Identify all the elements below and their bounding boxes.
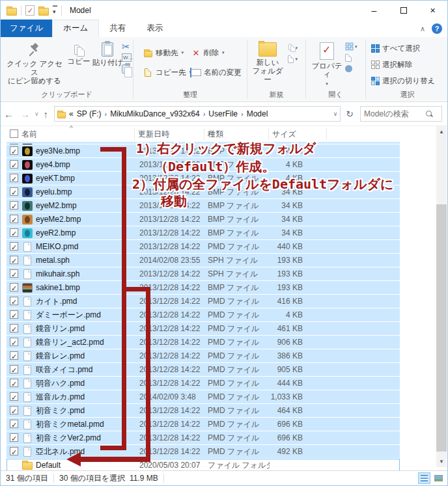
table-row[interactable]: metal.sph 2014/02/08 23:55 SPH ファイル 193 … xyxy=(7,254,400,267)
scroll-up-icon[interactable]: ▲ xyxy=(436,126,447,137)
row-checkbox[interactable] xyxy=(10,447,18,455)
table-row[interactable]: eyeM2.bmp 2013/12/28 14:22 BMP ファイル 34 K… xyxy=(7,199,400,213)
column-header-size[interactable]: サイズ xyxy=(272,129,296,140)
divider[interactable] xyxy=(268,128,269,140)
table-row[interactable]: 初音ミク.pmd 2013/12/28 14:22 PMD ファイル 464 K… xyxy=(7,404,400,418)
delete-button[interactable]: ✕ 削除 xyxy=(191,47,225,58)
cut-icon[interactable]: ✂ xyxy=(122,42,132,51)
row-checkbox[interactable] xyxy=(10,365,18,373)
qat-customize-dropdown-icon[interactable]: ▔▾ xyxy=(53,8,57,13)
history-icon[interactable] xyxy=(345,64,355,73)
scrollbar-thumb[interactable] xyxy=(436,204,447,452)
new-folder-button[interactable]: 新しいフォルダー xyxy=(249,42,287,84)
select-none-button[interactable]: 選択解除 xyxy=(371,60,415,70)
select-all-button[interactable]: すべて選択 xyxy=(371,44,423,53)
help-icon[interactable]: ? xyxy=(432,23,442,34)
paste-button[interactable]: 貼り付け xyxy=(92,42,123,67)
row-checkbox[interactable] xyxy=(10,187,18,196)
easy-access-icon[interactable] xyxy=(288,55,298,63)
pin-to-quick-access-button[interactable]: クイック アクセスにピン留めする xyxy=(5,42,64,85)
scroll-down-icon[interactable]: ▼ xyxy=(436,456,447,467)
table-row[interactable]: 初音ミクmetal.pmd 2013/12/28 14:22 PMD ファイル … xyxy=(7,418,400,431)
row-checkbox[interactable] xyxy=(10,338,18,346)
breadcrumb[interactable]: « SP (F:) › MikuMikuDance_v932x64 › User… xyxy=(54,106,341,122)
row-checkbox[interactable] xyxy=(10,269,18,278)
divider[interactable] xyxy=(134,128,135,140)
table-row[interactable]: 初音ミクVer2.pmd 2013/12/28 14:22 PMD ファイル 6… xyxy=(7,431,400,445)
divider[interactable] xyxy=(326,128,327,140)
select-all-checkbox[interactable] xyxy=(10,129,18,138)
row-checkbox[interactable] xyxy=(10,392,18,401)
table-row[interactable]: 咲音メイコ.pmd 2013/12/28 14:22 PMD ファイル 905 … xyxy=(7,363,400,377)
table-row[interactable]: eyeR2.bmp 2013/12/28 14:22 BMP ファイル 34 K… xyxy=(7,226,400,240)
column-header-type[interactable]: 種類 xyxy=(208,129,223,140)
row-checkbox[interactable] xyxy=(10,228,18,237)
copy-to-button[interactable]: コピー先 xyxy=(143,67,191,77)
row-checkbox[interactable] xyxy=(10,324,18,332)
tab-file[interactable]: ファイル xyxy=(1,20,52,37)
table-row[interactable]: 弱音ハク.pmd 2013/12/28 14:22 PMD ファイル 444 K… xyxy=(7,377,400,390)
breadcrumb-userfile[interactable]: UserFile xyxy=(208,109,238,118)
refresh-icon[interactable]: ↻ xyxy=(341,109,359,119)
thumbnail-view-button[interactable] xyxy=(432,472,445,484)
row-checkbox[interactable] xyxy=(10,242,18,250)
new-item-icon[interactable] xyxy=(288,44,298,52)
invert-selection-button[interactable]: 選択の切り替え xyxy=(371,76,438,86)
up-icon[interactable]: ↑ xyxy=(40,109,52,120)
tab-share[interactable]: 共有 xyxy=(99,20,136,37)
row-checkbox[interactable] xyxy=(10,433,18,442)
new-folder-quick-icon[interactable] xyxy=(38,8,49,16)
recent-locations-icon[interactable]: ∨ xyxy=(33,111,40,117)
copy-button[interactable]: コピー xyxy=(64,45,93,66)
divider[interactable] xyxy=(204,128,204,140)
tab-view[interactable]: 表示 xyxy=(136,20,173,37)
address-dropdown-icon[interactable]: ∨ xyxy=(333,111,338,117)
maximize-button[interactable] xyxy=(389,1,418,20)
column-header-date[interactable]: 更新日時 xyxy=(138,129,169,140)
search-input[interactable] xyxy=(364,109,423,118)
rename-button[interactable]: 名前の変更 xyxy=(191,67,245,77)
row-checkbox[interactable] xyxy=(10,406,18,414)
breadcrumb-model[interactable]: Model xyxy=(247,109,268,118)
move-to-button[interactable]: 移動先 xyxy=(143,47,184,58)
paste-shortcut-icon[interactable] xyxy=(122,64,132,73)
row-checkbox[interactable] xyxy=(10,283,18,291)
row-checkbox[interactable] xyxy=(10,310,18,319)
row-checkbox[interactable] xyxy=(10,256,18,264)
edit-icon[interactable] xyxy=(345,53,355,62)
breadcrumb-overflow[interactable]: « xyxy=(69,109,74,118)
tab-home[interactable]: ホーム xyxy=(52,20,99,37)
row-checkbox[interactable] xyxy=(10,201,18,209)
properties-button[interactable]: プロパティ▾ xyxy=(310,42,344,88)
table-row[interactable]: eyeMe2.bmp 2013/12/28 14:22 BMP ファイル 34 … xyxy=(7,213,400,226)
table-row[interactable]: 巡音ルカ.pmd 2014/02/09 3:48 PMD ファイル 1,033 … xyxy=(7,390,400,404)
properties-quick-icon[interactable] xyxy=(25,5,35,16)
table-row[interactable]: mikuhair.sph 2013/12/28 14:22 SPH ファイル 1… xyxy=(7,267,400,281)
table-row[interactable]: sakine1.bmp 2013/12/28 14:22 BMP ファイル 19… xyxy=(7,281,400,295)
table-row[interactable]: 鏡音レン.pmd 2013/12/28 14:22 PMD ファイル 386 K… xyxy=(7,349,400,363)
table-row[interactable]: ダミーボーン.pmd 2013/12/28 14:22 PMD ファイル 4 K… xyxy=(7,308,400,322)
vertical-scrollbar[interactable]: ▲ ▼ xyxy=(436,126,447,467)
row-checkbox[interactable] xyxy=(10,420,18,428)
breadcrumb-drive[interactable]: SP (F:) xyxy=(77,109,102,118)
row-checkbox[interactable] xyxy=(10,174,18,182)
minimize-button[interactable]: – xyxy=(359,1,389,20)
details-view-button[interactable] xyxy=(418,472,430,484)
back-icon[interactable]: ← xyxy=(1,109,17,120)
copy-path-icon[interactable]: W… xyxy=(122,53,132,62)
row-checkbox[interactable] xyxy=(10,351,18,360)
table-row[interactable]: MEIKO.pmd 2013/12/28 14:22 PMD ファイル 440 … xyxy=(7,240,400,254)
row-checkbox[interactable] xyxy=(10,297,18,305)
table-row[interactable]: カイト.pmd 2013/12/28 14:22 PMD ファイル 416 KB xyxy=(7,295,400,308)
breadcrumb-mmd[interactable]: MikuMikuDance_v932x64 xyxy=(110,109,199,118)
table-row[interactable]: 鏡音リン.pmd 2013/12/28 14:22 PMD ファイル 461 K… xyxy=(7,322,400,336)
row-checkbox[interactable] xyxy=(10,160,18,169)
close-button[interactable]: × xyxy=(418,1,447,20)
forward-icon[interactable]: → xyxy=(17,109,33,120)
table-row[interactable]: 鏡音リン_act2.pmd 2013/12/28 14:22 PMD ファイル … xyxy=(7,336,400,349)
row-checkbox[interactable] xyxy=(10,379,18,387)
collapse-ribbon-icon[interactable]: ∧ xyxy=(420,25,425,33)
open-icon[interactable] xyxy=(345,42,355,51)
table-row[interactable]: 亞北ネル.pmd 2013/12/28 14:22 PMD ファイル 492 K… xyxy=(7,445,400,459)
column-header-name[interactable]: 名前 xyxy=(21,129,37,140)
